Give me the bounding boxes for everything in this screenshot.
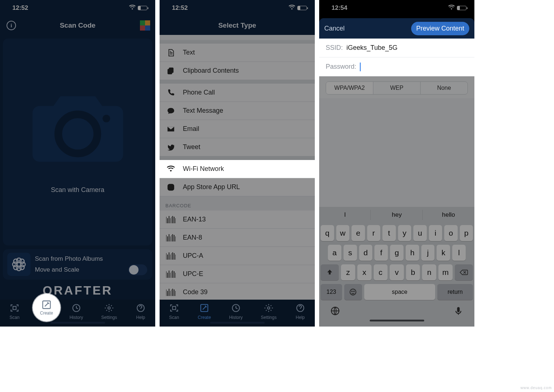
security-segment[interactable]: WPA/WPA2 WEP None	[326, 81, 468, 95]
list-item-appstore[interactable]: App Store App URL	[160, 178, 315, 196]
chat-icon	[166, 107, 176, 115]
list-item-wifi[interactable]: Wi-Fi Network	[160, 160, 315, 178]
list-item-email[interactable]: Email	[160, 120, 315, 138]
key-r[interactable]: r	[367, 225, 381, 241]
list-item-sms[interactable]: Text Message	[160, 102, 315, 120]
cancel-button[interactable]: Cancel	[324, 25, 345, 32]
text-icon	[166, 49, 176, 57]
key-return[interactable]: return	[437, 284, 473, 300]
list-item-label: Text Message	[183, 107, 223, 115]
segment-none[interactable]: None	[421, 82, 467, 94]
segment-wep[interactable]: WEP	[373, 82, 421, 94]
key-y[interactable]: y	[398, 225, 412, 241]
page-title: Select Type	[218, 21, 256, 29]
key-v[interactable]: v	[390, 264, 404, 280]
key-j[interactable]: j	[421, 245, 435, 261]
key-p[interactable]: p	[460, 225, 473, 241]
key-w[interactable]: w	[336, 225, 350, 241]
create-tab-highlight[interactable]: Create	[33, 294, 60, 321]
tab-history-label: History	[69, 315, 83, 320]
list-item-upca[interactable]: UPC-A	[160, 247, 315, 265]
color-grid-icon[interactable]	[140, 20, 150, 31]
key-a[interactable]: a	[328, 245, 341, 261]
predict-0[interactable]: I	[319, 207, 371, 223]
predict-1[interactable]: hey	[371, 207, 422, 223]
key-k[interactable]: k	[437, 245, 450, 261]
tab-history[interactable]: History	[69, 303, 83, 320]
tab-settings[interactable]: Settings	[261, 303, 277, 320]
list-item-phone[interactable]: Phone Call	[160, 84, 315, 102]
list-item-upce[interactable]: UPC-E	[160, 265, 315, 283]
key-d[interactable]: d	[359, 245, 373, 261]
barcode-icon	[166, 216, 176, 223]
preview-content-button[interactable]: Preview Content	[411, 22, 469, 35]
key-o[interactable]: o	[444, 225, 458, 241]
key-f[interactable]: f	[374, 245, 388, 261]
tab-create[interactable]: Create	[198, 303, 211, 320]
nav-header: i Scan Code	[0, 16, 155, 35]
ssid-row[interactable]: SSID: iGeeks_Tube_5G	[319, 39, 474, 57]
key-t[interactable]: t	[382, 225, 396, 241]
move-scale-toggle[interactable]	[128, 264, 147, 275]
tab-scan[interactable]: Scan	[9, 303, 20, 320]
tab-history[interactable]: History	[229, 303, 242, 320]
key-h[interactable]: h	[406, 245, 419, 261]
key-space[interactable]: space	[364, 284, 435, 300]
svg-point-26	[352, 291, 352, 292]
predict-2[interactable]: hello	[423, 207, 474, 223]
key-m[interactable]: m	[438, 264, 453, 280]
list-item-clipboard[interactable]: Clipboard Contents	[160, 62, 315, 80]
tab-help[interactable]: Help	[135, 303, 146, 320]
key-e[interactable]: e	[352, 225, 365, 241]
svg-point-2	[17, 258, 21, 263]
barcode-icon	[166, 289, 176, 296]
key-g[interactable]: g	[390, 245, 404, 261]
barcode-icon	[166, 234, 176, 241]
help-icon	[135, 303, 146, 313]
scan-card[interactable]: Scan with Camera	[3, 39, 152, 245]
status-time: 12:54	[332, 4, 347, 12]
key-backspace[interactable]	[455, 264, 473, 280]
key-z[interactable]: z	[341, 264, 355, 280]
kbd-row1: q w e r t y u i o p	[321, 225, 473, 241]
list-item-ean13[interactable]: EAN-13	[160, 211, 315, 229]
tab-settings[interactable]: Settings	[101, 303, 117, 320]
mic-icon[interactable]	[453, 306, 463, 316]
key-q[interactable]: q	[321, 225, 334, 241]
svg-point-25	[350, 289, 356, 295]
key-i[interactable]: i	[429, 225, 442, 241]
svg-point-27	[354, 291, 354, 292]
key-x[interactable]: x	[357, 264, 372, 280]
key-emoji[interactable]	[344, 284, 362, 300]
history-icon	[71, 303, 82, 313]
key-123[interactable]: 123	[321, 284, 342, 300]
text-cursor	[360, 63, 361, 71]
scan-albums-card[interactable]: Scan from Photo Albums Move and Scale	[3, 249, 152, 280]
status-bar: 12:52	[0, 0, 155, 16]
segment-wpa[interactable]: WPA/WPA2	[326, 82, 373, 94]
wifi-icon	[129, 4, 136, 12]
key-s[interactable]: s	[344, 245, 357, 261]
info-icon[interactable]: i	[7, 21, 16, 30]
list-item-tweet[interactable]: Tweet	[160, 138, 315, 156]
key-u[interactable]: u	[413, 225, 427, 241]
tab-settings-label: Settings	[261, 315, 277, 320]
tab-scan[interactable]: Scan	[169, 303, 180, 320]
photos-icon	[7, 253, 31, 276]
list-item-code39[interactable]: Code 39	[160, 283, 315, 300]
password-row[interactable]: Password:	[319, 57, 474, 76]
phone-screen-select-type: 12:52 Select Type Text Clipboard Content…	[160, 0, 315, 327]
key-n[interactable]: n	[422, 264, 436, 280]
home-indicator	[51, 322, 105, 324]
key-b[interactable]: b	[406, 264, 420, 280]
list-item-ean8[interactable]: EAN-8	[160, 229, 315, 247]
home-indicator	[370, 320, 424, 321]
key-shift[interactable]	[321, 264, 339, 280]
globe-icon[interactable]	[330, 306, 340, 316]
tab-help[interactable]: Help	[295, 303, 306, 320]
key-l[interactable]: l	[452, 245, 466, 261]
list-item-text[interactable]: Text	[160, 44, 315, 62]
wifi-icon	[166, 165, 176, 173]
key-c[interactable]: c	[374, 264, 388, 280]
ssid-value: iGeeks_Tube_5G	[346, 44, 397, 52]
